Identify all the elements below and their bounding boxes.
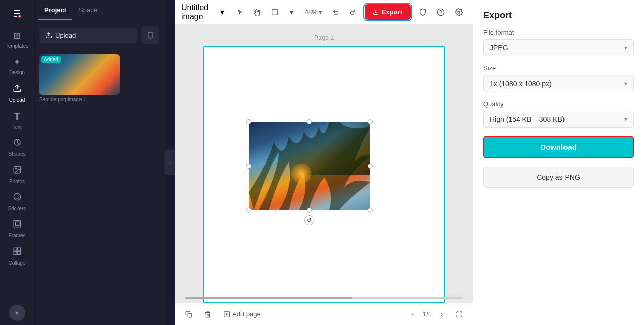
upload-item[interactable]: Added — [39, 54, 120, 95]
size-select[interactable]: 1x (1080 x 1080 px) ▾ — [483, 75, 634, 92]
zoom-chevron-icon: ▾ — [319, 8, 323, 16]
panel: Project Space Upload Added Sample-png-im… — [34, 0, 165, 325]
svg-rect-19 — [272, 9, 278, 15]
horizontal-scrollbar[interactable] — [185, 297, 463, 299]
photos-icon — [13, 165, 22, 177]
canvas-wrapper: ↺ — [203, 46, 445, 303]
topbar-tools: ▾ 48% ▾ — [232, 4, 361, 20]
add-page-label: Add page — [232, 310, 261, 318]
canvas-image — [249, 122, 370, 210]
export-panel: Export File format JPEG ▾ Size 1x (1080 … — [473, 0, 644, 325]
canvas-image-selected[interactable]: ↺ — [249, 122, 370, 210]
selection-handle-tr[interactable] — [368, 119, 373, 124]
size-label: Size — [483, 64, 634, 72]
sidebar-item-label: Frames — [9, 233, 26, 238]
design-icon: ✦ — [13, 57, 21, 68]
sidebar-item-label: Stickers — [8, 206, 26, 211]
next-page-btn[interactable]: › — [436, 308, 448, 320]
panel-actions: Upload — [34, 20, 165, 50]
main-area: Untitled image ▾ ▾ 48% ▾ — [175, 0, 473, 325]
download-button[interactable]: Download — [483, 136, 634, 158]
selection-handle-bl[interactable] — [246, 208, 251, 213]
rotate-handle[interactable]: ↺ — [304, 215, 314, 225]
select-tool-btn[interactable] — [232, 4, 249, 20]
scroll-thumb — [185, 297, 352, 299]
export-btn-label: Export — [382, 8, 403, 16]
zoom-value: 48% — [305, 8, 318, 16]
selection-handle-mr[interactable] — [368, 164, 373, 169]
selection-handle-mb[interactable] — [307, 208, 312, 213]
size-value: 1x (1080 x 1080 px) — [490, 79, 552, 88]
quality-label: Quality — [483, 100, 634, 108]
document-title[interactable]: Untitled image ▾ — [181, 3, 224, 21]
frames-icon — [13, 219, 22, 231]
collage-icon — [13, 247, 22, 258]
text-icon: T — [14, 111, 20, 122]
sidebar-expand-btn[interactable]: ▾ — [9, 305, 25, 321]
svg-point-23 — [458, 11, 460, 13]
tab-project[interactable]: Project — [38, 0, 72, 20]
file-format-select[interactable]: JPEG ▾ — [483, 39, 634, 56]
file-format-label: File format — [483, 29, 634, 36]
hand-tool-btn[interactable] — [250, 4, 266, 20]
sidebar-item-templates[interactable]: ⊞ Templates — [0, 26, 34, 53]
sidebar-item-shapes[interactable]: Shapes — [0, 134, 34, 161]
panel-tabs: Project Space — [34, 0, 165, 20]
help-btn[interactable] — [433, 4, 449, 20]
redo-btn[interactable] — [345, 4, 361, 20]
page-navigation: ‹ 1/1 › — [407, 308, 448, 320]
svg-rect-14 — [14, 252, 17, 255]
prev-page-btn[interactable]: ‹ — [407, 308, 419, 320]
sidebar-item-text[interactable]: T Text — [0, 107, 34, 134]
bottom-bar: Add page ‹ 1/1 › — [175, 303, 473, 325]
frame-tool-btn[interactable] — [267, 4, 283, 20]
svg-rect-13 — [17, 248, 20, 251]
settings-btn[interactable] — [451, 4, 467, 20]
quality-field: Quality High (154 KB – 308 KB) ▾ — [483, 100, 634, 128]
fullscreen-btn[interactable] — [452, 307, 467, 322]
copy-png-button[interactable]: Copy as PNG — [483, 167, 634, 188]
upload-button[interactable]: Upload — [39, 28, 137, 43]
undo-btn[interactable] — [328, 4, 344, 20]
shapes-icon — [13, 138, 22, 149]
page-info: 1/1 — [423, 310, 432, 318]
sidebar-item-collage[interactable]: Collage — [0, 242, 34, 270]
selection-handle-br[interactable] — [368, 208, 373, 213]
sidebar-item-frames[interactable]: Frames — [0, 215, 34, 242]
sidebar-item-label: Text — [12, 124, 21, 130]
quality-select[interactable]: High (154 KB – 308 KB) ▾ — [483, 111, 634, 128]
title-chevron-icon: ▾ — [220, 7, 224, 17]
file-format-chevron-icon: ▾ — [624, 44, 627, 51]
sidebar-item-design[interactable]: ✦ Design — [0, 53, 34, 79]
page-label: Page 1 — [314, 34, 334, 41]
sidebar-item-stickers[interactable]: Stickers — [0, 188, 34, 215]
upload-item-name: Sample-png-image-l... — [39, 97, 120, 102]
delete-page-btn[interactable] — [200, 307, 215, 322]
stickers-icon — [13, 192, 22, 204]
sidebar-item-upload[interactable]: Upload — [0, 79, 34, 107]
svg-rect-12 — [14, 248, 17, 251]
mobile-button[interactable] — [141, 26, 159, 44]
sidebar-item-label: Design — [9, 70, 25, 75]
export-button[interactable]: Export — [365, 4, 411, 20]
add-page-button[interactable]: Add page — [219, 308, 265, 320]
canvas-area[interactable]: Page 1 — [175, 24, 473, 303]
topbar: Untitled image ▾ ▾ 48% ▾ — [175, 0, 473, 24]
sidebar-item-label: Shapes — [9, 151, 26, 157]
shield-btn[interactable] — [415, 4, 431, 20]
selection-handle-tl[interactable] — [246, 119, 251, 124]
upload-icon — [13, 84, 22, 95]
sidebar-item-label: Upload — [9, 97, 25, 103]
app-logo[interactable] — [8, 4, 26, 22]
svg-rect-17 — [148, 32, 152, 38]
size-field: Size 1x (1080 x 1080 px) ▾ — [483, 64, 634, 92]
svg-point-6 — [15, 168, 16, 169]
panel-collapse-btn[interactable]: ‹ — [165, 150, 175, 175]
selection-handle-ml[interactable] — [246, 164, 251, 169]
zoom-control[interactable]: 48% ▾ — [301, 6, 327, 18]
frame-chevron-btn[interactable]: ▾ — [284, 4, 300, 20]
tab-space[interactable]: Space — [72, 0, 103, 20]
selection-handle-mt[interactable] — [307, 119, 312, 124]
duplicate-page-btn[interactable] — [181, 307, 196, 322]
sidebar-item-photos[interactable]: Photos — [0, 161, 34, 188]
